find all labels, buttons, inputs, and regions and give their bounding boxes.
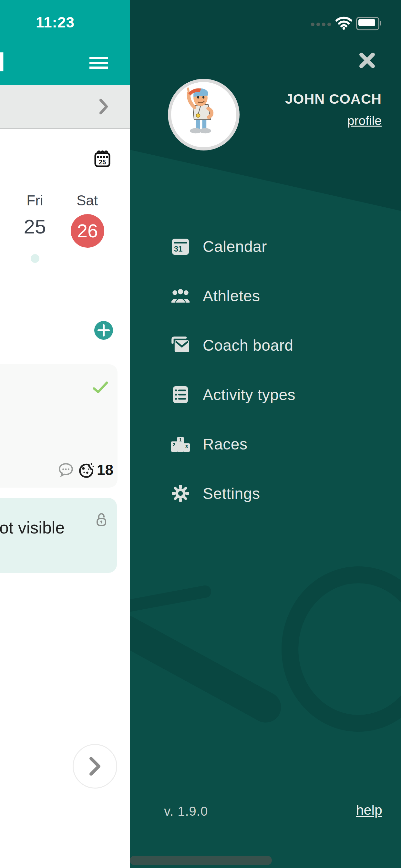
calendar-date-icon[interactable]: 25 [93, 149, 112, 168]
athletes-icon [171, 286, 190, 305]
avatar[interactable] [168, 79, 240, 151]
app-header [0, 0, 130, 85]
day-cell-25[interactable]: 25 [15, 215, 55, 238]
chevron-right-icon [88, 756, 102, 777]
mini-calendar-day: 25 [99, 159, 106, 166]
activity-dot [31, 254, 39, 263]
menu-item-settings[interactable]: Settings [171, 484, 296, 503]
navigation-drawer: JOHN COACH profile 31 Calendar [130, 0, 401, 868]
close-icon[interactable] [357, 50, 377, 71]
svg-text:1: 1 [179, 437, 182, 442]
hidden-card-label: ot visible [0, 518, 65, 537]
add-activity-button[interactable] [94, 321, 113, 340]
hamburger-menu-icon[interactable] [89, 57, 108, 69]
score-value: 18 [97, 461, 113, 478]
day-label-sat: Sat [67, 192, 107, 209]
drawer-menu: 31 Calendar Athletes [171, 237, 296, 533]
menu-item-activity-types[interactable]: Activity types [171, 385, 296, 404]
workout-card[interactable]: 18 [0, 364, 118, 488]
cellular-signal-icon [311, 23, 331, 26]
day-label-fri: Fri [15, 192, 55, 209]
comment-icon [58, 462, 73, 477]
svg-text:3: 3 [185, 444, 188, 449]
activity-types-icon [171, 385, 190, 404]
svg-text:2: 2 [173, 442, 175, 447]
coach-board-icon [171, 336, 190, 354]
status-time: 11:23 [19, 13, 92, 31]
chevron-right-icon [99, 98, 109, 115]
coach-cartoon-image [171, 82, 230, 141]
calendar-icon: 31 [171, 237, 190, 256]
next-day-button[interactable] [73, 744, 117, 788]
cookie-icon [78, 462, 94, 478]
battery-icon [356, 17, 379, 30]
menu-item-athletes[interactable]: Athletes [171, 286, 296, 305]
wifi-icon [335, 16, 353, 30]
app-version: v. 1.9.0 [164, 804, 208, 818]
collapsed-week-panel[interactable] [0, 85, 130, 129]
menu-item-coach-board[interactable]: Coach board [171, 336, 296, 354]
check-icon [92, 381, 109, 394]
plus-icon [94, 321, 113, 340]
lock-icon [94, 512, 109, 528]
menu-item-calendar[interactable]: 31 Calendar [171, 237, 296, 256]
day-cell-26-selected[interactable]: 26 [71, 214, 104, 248]
hidden-workout-card[interactable]: ot visible [0, 498, 117, 573]
svg-text:31: 31 [174, 244, 183, 253]
selected-date: 26 [71, 214, 104, 248]
app-screen: 11:23 H 25 Fri Sat 25 26 [0, 0, 401, 868]
settings-gear-icon [171, 484, 190, 503]
profile-link[interactable]: profile [347, 114, 382, 128]
menu-item-races[interactable]: 2 1 3 Races [171, 435, 296, 454]
header-title-fragment: H [0, 48, 5, 75]
home-indicator [130, 856, 272, 865]
help-link[interactable]: help [356, 802, 382, 818]
user-name: JOHN COACH [285, 91, 382, 107]
races-podium-icon: 2 1 3 [171, 435, 190, 454]
